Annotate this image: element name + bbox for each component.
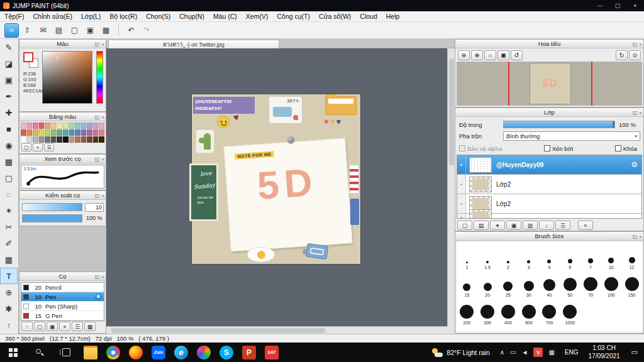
comment-button[interactable]: ✉ [36, 23, 50, 38]
display-button[interactable]: ▤ [52, 23, 66, 38]
menu-item-9[interactable]: Cửa sổ(W) [314, 11, 355, 22]
palette-swatch-17[interactable] [39, 129, 45, 136]
palette-swatch-2[interactable] [33, 123, 38, 129]
hand-tool[interactable]: ✱ [0, 300, 18, 317]
panel-close-icon[interactable]: × [101, 41, 104, 47]
hue-slider[interactable] [96, 51, 103, 104]
palette-swatch-28[interactable] [21, 136, 26, 143]
panel-close-icon[interactable]: × [101, 114, 104, 120]
palette-swatch-25[interactable] [87, 129, 92, 136]
close-button[interactable]: × [626, 0, 644, 11]
brush-opacity-slider[interactable] [22, 214, 82, 222]
taskbar-app-powerpoint[interactable]: P [238, 343, 260, 362]
palette-swatch-20[interactable] [57, 129, 62, 136]
palette-swatch-31[interactable] [39, 136, 45, 143]
brush-size-option-20[interactable]: 20 [477, 271, 498, 299]
brush-size-option-12[interactable]: 12 [621, 243, 642, 271]
layer-duplicate-button[interactable]: ▥ [523, 221, 538, 230]
palette-swatch-26[interactable] [93, 129, 99, 136]
menu-item-7[interactable]: Xem(V) [242, 11, 273, 22]
checkbox-lock[interactable]: Khóa [615, 145, 637, 152]
layer-row-3[interactable]: ● [457, 214, 641, 219]
zoom-in-button[interactable]: ⊕ [471, 50, 483, 60]
lasso-tool[interactable]: ◌ [0, 186, 18, 202]
taskbar-clock[interactable]: 1:03 CH 17/09/2021 [589, 344, 620, 360]
palette-swatch-33[interactable] [51, 136, 57, 143]
brush-size-option-10[interactable]: 10 [601, 243, 621, 271]
brush-size-option-7[interactable]: 7 [580, 243, 601, 271]
pen-tool[interactable]: ✒ [0, 88, 18, 104]
palette-swatch-32[interactable] [45, 136, 50, 143]
fill-rect-tool[interactable]: ■ [0, 121, 18, 137]
brush-size-slider[interactable] [22, 203, 82, 211]
brush-tool[interactable]: ✎ [0, 39, 18, 55]
brush-list-button[interactable]: ☰ [72, 322, 83, 331]
palette-swatch-8[interactable] [69, 123, 75, 129]
display-tray-icon[interactable]: ▭ [510, 349, 516, 356]
panel-close-icon[interactable]: × [639, 41, 642, 47]
menu-item-11[interactable]: Help [382, 11, 404, 22]
v-app-tray-icon[interactable]: V [533, 348, 543, 357]
layer-row-0[interactable]: ●@HuyenDayy09⚙ [457, 155, 641, 175]
brush-size-option-500[interactable]: 500 [518, 299, 539, 326]
layer-opacity-slider[interactable] [503, 121, 615, 128]
scissors-tool[interactable]: ✂ [0, 219, 18, 235]
layer-list-button[interactable]: ☰ [555, 221, 570, 230]
palette-swatch-35[interactable] [63, 136, 69, 143]
taskbar-app-edge[interactable]: e [170, 343, 192, 362]
checkbox-protect-alpha[interactable]: Bảo vệ alpha [459, 145, 502, 152]
taskbar-app-firefox[interactable] [125, 343, 147, 362]
panel-detach-icon[interactable]: ◱ [633, 110, 638, 116]
layer-new-folder-button[interactable]: ▤ [474, 221, 489, 230]
taskbar-app-file-explorer[interactable] [79, 343, 102, 362]
layer-merge-button[interactable]: ↓ [539, 221, 554, 230]
taskbar-app-color-wheel-app[interactable] [192, 343, 215, 362]
palette-swatch-38[interactable] [81, 136, 87, 143]
panel-detach-icon[interactable]: ◱ [95, 274, 100, 280]
layer-folder-button[interactable]: ▣ [506, 221, 521, 230]
brush-duplicate-button[interactable]: ▣ [47, 322, 58, 331]
volume-tray-icon[interactable]: ◄ [522, 349, 528, 356]
brush-size-option-4[interactable]: 4 [539, 243, 560, 271]
menu-item-10[interactable]: Cloud [355, 11, 381, 22]
brush-item-0[interactable]: 20Pencil [21, 283, 104, 292]
panel-close-icon[interactable]: × [101, 156, 104, 162]
duplicate-document-button[interactable]: ▣ [83, 23, 97, 38]
brush-new-button[interactable]: ▢ [34, 322, 45, 331]
select-rect-tool[interactable]: ▢ [0, 170, 18, 186]
zoom-out-button[interactable]: ⊖ [458, 50, 470, 60]
palette-swatch-29[interactable] [27, 136, 33, 143]
reset-view-button[interactable]: ⊙ [629, 50, 641, 60]
menu-item-4[interactable]: Chọn(S) [142, 11, 175, 22]
taskbar-search-button[interactable] [26, 343, 53, 362]
palette-swatch-10[interactable] [81, 123, 87, 129]
eyedropper-tool[interactable]: ✐ [0, 235, 18, 251]
zoom-reset-button[interactable]: ⌂ [484, 50, 496, 60]
notification-center-icon[interactable]: ▭ [631, 348, 638, 356]
palette-swatch-36[interactable] [69, 136, 75, 143]
keyboard-tray-icon[interactable]: ▦ [548, 349, 554, 356]
palette-swatch-22[interactable] [69, 129, 75, 136]
collapse-strip-button[interactable]: ↑ [0, 317, 18, 333]
brush-size-option-3[interactable]: 3 [518, 243, 539, 271]
gradient-tool[interactable]: ▩ [0, 153, 18, 170]
panel-close-icon[interactable]: × [101, 193, 104, 199]
brush-grid-button[interactable]: ▦ [84, 322, 96, 331]
horizontal-scrollbar[interactable] [106, 326, 447, 334]
taskbar-app-skype[interactable]: S [215, 343, 238, 362]
brush-size-option-400[interactable]: 400 [498, 299, 519, 326]
brush-size-value-box[interactable]: 10 [85, 203, 104, 212]
brush-size-option-1000[interactable]: 1000 [560, 299, 580, 326]
document-tab[interactable]: ดวงดาว_-) on Twitter.jpg [108, 40, 279, 48]
layer-delete-button[interactable]: × [578, 221, 593, 230]
palette-swatch-15[interactable] [27, 129, 33, 136]
brush-size-option-25[interactable]: 25 [498, 271, 519, 299]
palette-delete-button[interactable]: × [33, 143, 43, 151]
brush-size-option-70[interactable]: 70 [580, 271, 601, 299]
vertical-scrollbar-thumb[interactable] [449, 58, 454, 165]
layer-settings-gear-icon[interactable]: ⚙ [631, 160, 638, 169]
brush-size-option-700[interactable]: 700 [539, 299, 560, 326]
palette-swatch-21[interactable] [63, 129, 69, 136]
rotate-left-button[interactable]: ↺ [511, 50, 523, 60]
palette-swatch-19[interactable] [51, 129, 57, 136]
